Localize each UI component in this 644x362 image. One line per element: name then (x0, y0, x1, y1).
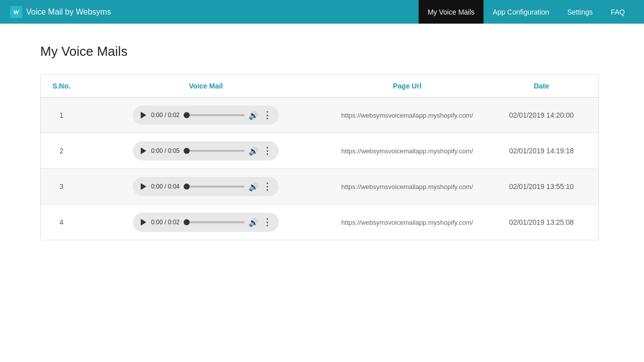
col-header-pageurl: Page Url (330, 75, 485, 98)
table-row: 4 0:00 / 0:02 🔊 ⋮ https://websymsvoicema… (41, 205, 598, 240)
audio-player-1: 0:00 / 0:02 🔊 ⋮ (133, 106, 279, 125)
navbar-brand: w Voice Mail by Websyms (10, 6, 419, 18)
nav-settings[interactable]: Settings (558, 0, 602, 24)
more-options-icon-4[interactable]: ⋮ (263, 217, 272, 228)
col-header-voicemail: Voice Mail (82, 75, 330, 98)
cell-voicemail: 0:00 / 0:04 🔊 ⋮ (82, 169, 330, 205)
voice-mails-table: S.No. Voice Mail Page Url Date 1 0:00 / … (41, 75, 598, 240)
nav-my-voice-mails[interactable]: My Voice Mails (419, 0, 484, 24)
table-row: 3 0:00 / 0:04 🔊 ⋮ https://websymsvoicema… (41, 169, 598, 205)
audio-player-2: 0:00 / 0:05 🔊 ⋮ (133, 141, 279, 160)
play-button-4[interactable] (140, 219, 147, 226)
cell-date: 02/01/2019 14:19:18 (485, 133, 598, 169)
navbar: w Voice Mail by Websyms My Voice Mails A… (0, 0, 644, 24)
col-header-sno: S.No. (41, 75, 82, 98)
brand-icon: w (10, 6, 22, 18)
more-options-icon-2[interactable]: ⋮ (263, 145, 272, 156)
cell-date: 02/01/2019 13:55:10 (485, 169, 598, 205)
cell-pageurl: https://websymsvoicemailapp.myshopify.co… (330, 205, 485, 240)
progress-knob-2[interactable] (184, 148, 190, 154)
cell-date: 02/01/2019 13:25:08 (485, 205, 598, 240)
cell-voicemail: 0:00 / 0:02 🔊 ⋮ (82, 98, 330, 133)
more-options-icon-1[interactable]: ⋮ (263, 110, 272, 121)
time-display-4: 0:00 / 0:02 (151, 219, 180, 226)
cell-sno: 2 (41, 133, 82, 169)
cell-pageurl: https://websymsvoicemailapp.myshopify.co… (330, 133, 485, 169)
table-row: 2 0:00 / 0:05 🔊 ⋮ https://websymsvoicema… (41, 133, 598, 169)
time-display-2: 0:00 / 0:05 (151, 147, 180, 154)
progress-bar-2[interactable] (184, 150, 245, 152)
volume-icon-2[interactable]: 🔊 (249, 146, 259, 156)
table-header-row: S.No. Voice Mail Page Url Date (41, 75, 598, 98)
nav-faq[interactable]: FAQ (602, 0, 634, 24)
play-button-3[interactable] (140, 183, 147, 190)
progress-knob-4[interactable] (184, 219, 190, 225)
play-button-1[interactable] (140, 112, 147, 119)
time-display-1: 0:00 / 0:02 (151, 112, 180, 119)
cell-sno: 1 (41, 98, 82, 133)
more-options-icon-3[interactable]: ⋮ (263, 181, 272, 192)
main-content: My Voice Mails S.No. Voice Mail Page Url… (0, 24, 644, 260)
progress-knob-3[interactable] (184, 184, 190, 190)
progress-bar-1[interactable] (184, 114, 245, 116)
audio-player-3: 0:00 / 0:04 🔊 ⋮ (133, 177, 279, 196)
brand-label: Voice Mail by Websyms (26, 8, 111, 17)
cell-pageurl: https://websymsvoicemailapp.myshopify.co… (330, 169, 485, 205)
cell-voicemail: 0:00 / 0:05 🔊 ⋮ (82, 133, 330, 169)
cell-pageurl: https://websymsvoicemailapp.myshopify.co… (330, 98, 485, 133)
progress-knob-1[interactable] (184, 112, 190, 118)
nav-app-configuration[interactable]: App Configuration (484, 0, 558, 24)
table-scroll-wrapper[interactable]: S.No. Voice Mail Page Url Date 1 0:00 / … (41, 75, 598, 240)
cell-sno: 3 (41, 169, 82, 205)
col-header-date: Date (485, 75, 598, 98)
cell-voicemail: 0:00 / 0:02 🔊 ⋮ (82, 205, 330, 240)
volume-icon-1[interactable]: 🔊 (249, 111, 259, 120)
play-button-2[interactable] (140, 147, 147, 154)
volume-icon-4[interactable]: 🔊 (249, 218, 259, 227)
audio-player-4: 0:00 / 0:02 🔊 ⋮ (133, 213, 279, 232)
page-title: My Voice Mails (40, 44, 604, 59)
cell-date: 02/01/2019 14:20:00 (485, 98, 598, 133)
time-display-3: 0:00 / 0:04 (151, 183, 180, 190)
table-row: 1 0:00 / 0:02 🔊 ⋮ https://websymsvoicema… (41, 98, 598, 133)
progress-bar-4[interactable] (184, 221, 245, 223)
progress-bar-3[interactable] (184, 186, 245, 188)
cell-sno: 4 (41, 205, 82, 240)
navbar-nav: My Voice Mails App Configuration Setting… (419, 0, 634, 24)
volume-icon-3[interactable]: 🔊 (249, 182, 259, 192)
voice-mails-table-container: S.No. Voice Mail Page Url Date 1 0:00 / … (40, 74, 599, 240)
